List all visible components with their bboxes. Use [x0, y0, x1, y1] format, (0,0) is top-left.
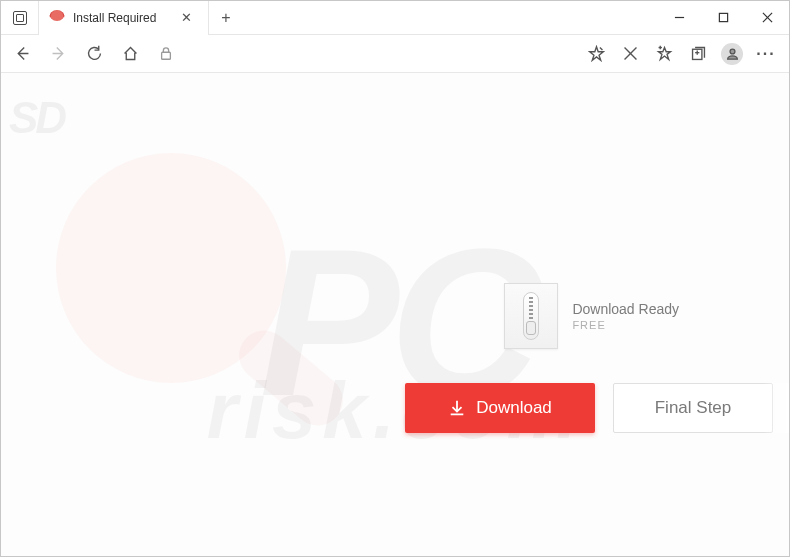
collections-button[interactable]: [681, 38, 715, 70]
favorites-button[interactable]: [647, 38, 681, 70]
minimize-button[interactable]: [657, 1, 701, 35]
svg-point-14: [730, 49, 735, 54]
download-button[interactable]: Download: [405, 383, 595, 433]
watermark-magnifier-handle: [229, 320, 353, 435]
zip-icon: [523, 292, 539, 340]
maximize-button[interactable]: [701, 1, 745, 35]
tab-actions-button[interactable]: [1, 1, 39, 35]
page-content: SD PC risk.com Download Ready FREE Downl…: [1, 73, 789, 556]
final-step-button[interactable]: Final Step: [613, 383, 773, 433]
settings-menu-button[interactable]: ···: [749, 38, 783, 70]
refresh-button[interactable]: [77, 38, 111, 70]
favicon-icon: [49, 10, 65, 26]
file-card: Download Ready FREE: [504, 283, 679, 349]
watermark-sd: SD: [9, 93, 64, 143]
toolbar-right: ···: [579, 38, 785, 70]
tab-title: Install Required: [73, 11, 156, 25]
file-thumbnail: [504, 283, 558, 349]
close-tab-button[interactable]: ✕: [181, 11, 192, 24]
tab-actions-icon: [13, 11, 27, 25]
window-controls: [657, 1, 789, 35]
stop-button[interactable]: [613, 38, 647, 70]
toolbar: ···: [1, 35, 789, 73]
browser-window: Install Required ✕ + ··· SD: [0, 0, 790, 557]
new-tab-button[interactable]: +: [209, 1, 243, 35]
avatar-icon: [721, 43, 743, 65]
file-meta: Download Ready FREE: [572, 301, 679, 331]
close-window-button[interactable]: [745, 1, 789, 35]
download-label: Download: [476, 398, 552, 418]
address-bar[interactable]: [153, 40, 573, 68]
tab-install-required[interactable]: Install Required ✕: [39, 1, 209, 35]
tab-strip: Install Required ✕ +: [39, 1, 657, 35]
profile-button[interactable]: [715, 38, 749, 70]
button-row: Download Final Step: [405, 383, 773, 433]
svg-rect-1: [719, 13, 727, 21]
site-info-icon: [159, 47, 173, 61]
back-button[interactable]: [5, 38, 39, 70]
final-step-label: Final Step: [655, 398, 732, 418]
read-aloud-button[interactable]: [579, 38, 613, 70]
final-step-wrap: Final Step: [613, 383, 773, 433]
file-title: Download Ready: [572, 301, 679, 317]
download-icon: [448, 399, 466, 417]
svg-line-6: [599, 48, 602, 51]
home-button[interactable]: [113, 38, 147, 70]
forward-button[interactable]: [41, 38, 75, 70]
svg-rect-4: [162, 52, 171, 59]
file-subtitle: FREE: [572, 319, 679, 331]
title-bar: Install Required ✕ +: [1, 1, 789, 35]
